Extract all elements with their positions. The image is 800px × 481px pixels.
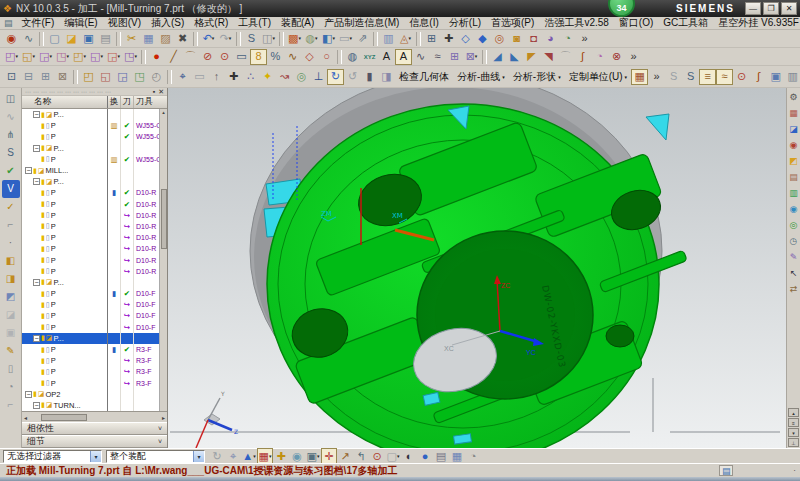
task-icon[interactable]: ▤	[4, 18, 13, 28]
annotation-icon[interactable]: ▤	[787, 169, 800, 185]
snap-center-icon[interactable]: ◳	[131, 69, 148, 85]
process-assistant-icon[interactable]: ✓	[2, 198, 20, 216]
point-tool-icon[interactable]: ✚	[440, 31, 457, 47]
expand-icon[interactable]: −	[33, 335, 40, 342]
dot-separator-icon[interactable]: ·	[2, 234, 20, 252]
expand-icon[interactable]: −	[33, 178, 40, 185]
edit-pencil-icon[interactable]: ✎	[2, 342, 20, 360]
render-style-icon[interactable]: ◍▾	[303, 31, 320, 47]
scroll-mid-icon[interactable]: ≡	[788, 418, 799, 427]
menu-item-xingkong-addon[interactable]: 星空外挂 V6.935F	[713, 16, 800, 30]
tree-group-row[interactable]: −▮◪P...	[22, 277, 167, 288]
simulate-toolpath-icon[interactable]: ≈	[716, 69, 733, 85]
shaded-ball-icon[interactable]: ◐	[401, 448, 417, 464]
palette-red-icon[interactable]: ◉	[787, 137, 800, 153]
select-body-icon[interactable]: ⊠	[54, 69, 71, 85]
view-manipulate-icon[interactable]: ▭▾	[337, 31, 354, 47]
navigator-grip[interactable]: ⋯⋯⋯⋯⋯⋯⋯⋯⋯⋯⋯ ▪ ✕	[22, 88, 167, 96]
circle-check-icon[interactable]: ⊙	[733, 69, 750, 85]
machining-feature-icon[interactable]: ◨	[2, 270, 20, 288]
bridge-curve-icon[interactable]: ⌒	[557, 49, 574, 65]
thread-icon[interactable]: ⊗	[608, 49, 625, 65]
simple-distance-icon[interactable]: ↝	[276, 69, 293, 85]
paste-icon[interactable]: ▨	[157, 31, 174, 47]
menu-item-information[interactable]: 信息(I)	[404, 16, 443, 30]
offset-face-icon[interactable]: ◤	[523, 49, 540, 65]
measure-icon[interactable]: ✦	[259, 69, 276, 85]
restore-button[interactable]: ❐	[763, 2, 779, 15]
customize-units-button[interactable]: 定制单位(U)▾	[565, 68, 631, 86]
wcs-rotate-icon[interactable]: ↺	[344, 69, 361, 85]
no-entry-icon[interactable]: ▯	[2, 360, 20, 378]
move-object-icon[interactable]: ⊠▾	[463, 49, 480, 65]
studio-spline-icon[interactable]: ∿	[284, 49, 301, 65]
tree-operation-row[interactable]: ▮▯P↪D10-F	[22, 299, 167, 310]
layer-stack-icon[interactable]: ▥	[787, 185, 800, 201]
draft-icon[interactable]: ∫	[574, 49, 591, 65]
subtract-icon[interactable]: ◘	[525, 31, 542, 47]
history-pie-icon[interactable]: ◔	[2, 378, 20, 396]
selection-filter-combo[interactable]: 无选择过滤器 ▾	[3, 450, 102, 463]
scroll-right-icon[interactable]: ▸	[162, 414, 165, 421]
machine-tool-icon[interactable]: ⌐	[2, 216, 20, 234]
refresh-icon[interactable]: ↻	[209, 448, 225, 464]
plane-icon[interactable]: ▭	[191, 69, 208, 85]
tree-group-row[interactable]: −▮◪TURN...	[22, 400, 167, 411]
corner-arrow-icon[interactable]: ↰	[353, 448, 369, 464]
menu-item-analysis[interactable]: 分析(L)	[444, 16, 486, 30]
datum-plane-icon[interactable]: ◇	[457, 31, 474, 47]
operation-navigator-icon[interactable]: ◧	[2, 252, 20, 270]
tree-vertical-scrollbar[interactable]: ▴	[159, 109, 167, 411]
expand-icon[interactable]: −	[33, 111, 40, 118]
tree-group-row[interactable]: −▮◪P...	[22, 333, 167, 344]
tree-group-row[interactable]: −▮◪MILL...	[22, 165, 167, 176]
journal-replay-icon[interactable]: S	[2, 144, 20, 162]
filter-dropdown-icon[interactable]: ▾	[90, 451, 101, 462]
col-name[interactable]: 名称	[22, 96, 108, 108]
fit-curve-icon[interactable]: ≈	[429, 49, 446, 65]
arc-icon[interactable]: ⌒	[182, 49, 199, 65]
select-general-icon[interactable]: ⊟	[20, 69, 37, 85]
vericut-icon[interactable]: V	[2, 180, 20, 198]
command-finder-icon[interactable]: S	[243, 31, 260, 47]
dependencies-chevron-icon[interactable]: ˅	[158, 425, 162, 432]
menu-item-pmi[interactable]: 产品制造信息(M)	[319, 16, 404, 30]
print-icon[interactable]: ▤	[97, 31, 114, 47]
blue-ball-icon[interactable]: ●	[417, 448, 433, 464]
mesh-surface-icon[interactable]: ⊞	[446, 49, 463, 65]
tree-operation-row[interactable]: ▮▯P↪D10-F	[22, 322, 167, 333]
viewport-canvas[interactable]: DW-02-YKXD-03 ZM XM	[168, 88, 786, 448]
menu-item-file[interactable]: 文件(F)	[17, 16, 60, 30]
expand-icon[interactable]: −	[33, 279, 40, 286]
delete-face-icon[interactable]: ◥	[540, 49, 557, 65]
menu-item-tools[interactable]: 工具(T)	[233, 16, 276, 30]
touch-panel-icon[interactable]: ◫▾	[260, 31, 277, 47]
hook-icon[interactable]: ⌐	[2, 396, 20, 414]
overflow2-icon[interactable]: »	[625, 49, 642, 65]
arrow-select-icon[interactable]: ↖	[787, 265, 800, 281]
text-icon[interactable]: A	[378, 49, 395, 65]
tree-operation-row[interactable]: ▮▯P↪D10-R	[22, 210, 167, 221]
copy-icon[interactable]: ▦	[140, 31, 157, 47]
window-layout-icon[interactable]: ▩▾	[286, 31, 303, 47]
dependencies-panel[interactable]: 相依性 ˅	[22, 422, 167, 435]
info-book-icon[interactable]: ▦	[631, 69, 648, 85]
expand-icon[interactable]: −	[25, 391, 32, 398]
navigator-header[interactable]: 名称 换 刀 刀具	[22, 96, 167, 109]
workpiece-icon[interactable]: ◲▾	[105, 49, 122, 65]
tree-scroll-thumb[interactable]	[161, 189, 167, 249]
drag-handle-icon[interactable]: ⋯⋯⋯⋯⋯⋯⋯⋯⋯⋯⋯	[25, 88, 153, 95]
snap-endpoint-icon[interactable]: ◱	[97, 69, 114, 85]
redo-icon[interactable]: ↷▾	[217, 31, 234, 47]
sphere-icon[interactable]: ◍	[344, 49, 361, 65]
analysis-curve-button[interactable]: 分析-曲线▾	[453, 68, 509, 86]
reuse-library-icon[interactable]: ✔	[2, 162, 20, 180]
template-view-icon[interactable]: ◩	[2, 288, 20, 306]
point-set-icon[interactable]: ∴	[242, 69, 259, 85]
create-geometry-icon[interactable]: ◲▾	[37, 49, 54, 65]
pocket-icon[interactable]: ▣	[767, 69, 784, 85]
shell-icon[interactable]: ◔	[591, 49, 608, 65]
menu-item-edit[interactable]: 编辑(E)	[59, 16, 102, 30]
zoom-icon[interactable]: ◨	[378, 69, 395, 85]
menu-item-window[interactable]: 窗口(O)	[614, 16, 658, 30]
